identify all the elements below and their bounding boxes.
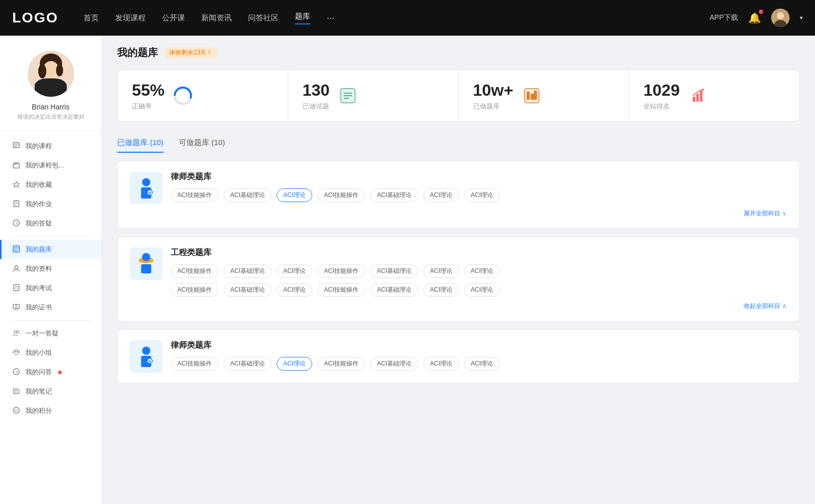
stat-ranking-value: 1029 — [643, 80, 680, 100]
favorites-icon — [12, 181, 20, 189]
qbank-tag[interactable]: ACI基础理论 — [370, 188, 418, 202]
qbank-tag[interactable]: ACI技能操作 — [317, 188, 365, 202]
sidebar-item-questions[interactable]: ? 我的问答 — [0, 362, 101, 382]
qbank-header: 工程类题库 ACI技能操作 ACI基础理论 ACI理论 ACI技能操作 ACI基… — [130, 247, 787, 297]
notification-badge — [759, 10, 763, 14]
qbank-footer: 展开全部科目 ∨ — [130, 209, 787, 218]
qbank-tag[interactable]: ACI理论 — [423, 357, 459, 371]
sidebar-item-label: 我的考试 — [25, 284, 52, 293]
qbank-tag[interactable]: ACI理论 — [464, 283, 500, 297]
one-on-one-icon — [12, 329, 20, 338]
sidebar-item-favorites[interactable]: 我的收藏 — [0, 175, 101, 194]
qbank-tag[interactable]: ACI技能操作 — [317, 264, 365, 278]
sidebar-item-homework[interactable]: 我的作业 — [0, 194, 101, 214]
qbank-header: 律师类题库 ACI技能操作 ACI基础理论 ACI理论 ACI技能操作 ACI基… — [130, 172, 787, 204]
svg-point-64 — [142, 178, 150, 186]
exam-icon — [12, 284, 20, 293]
questions-icon: ? — [12, 368, 20, 377]
stat-done-questions-icon — [338, 86, 358, 106]
avatar-dropdown-icon[interactable]: ▾ — [800, 14, 803, 21]
svg-point-71 — [142, 347, 150, 355]
stat-ranking-info: 1029 全站排名 — [643, 80, 680, 111]
qbank-tag[interactable]: ACI基础理论 — [224, 188, 271, 202]
group-icon — [12, 349, 20, 357]
qbank-tag[interactable]: ACI技能操作 — [317, 357, 365, 371]
expand-button[interactable]: 展开全部科目 ∨ — [744, 209, 787, 218]
sidebar-item-certificate[interactable]: 我的证书 — [0, 298, 101, 317]
qbank-tag[interactable]: ACI理论 — [464, 188, 500, 202]
qbank-tag[interactable]: ACI技能操作 — [317, 283, 365, 297]
tab-done-banks[interactable]: 已做题库 (10) — [117, 134, 164, 153]
nav-news[interactable]: 新闻资讯 — [201, 13, 232, 23]
qbank-tag-active[interactable]: ACI理论 — [277, 188, 312, 202]
notification-bell[interactable]: 🔔 — [748, 12, 761, 24]
qbank-tag[interactable]: ACI基础理论 — [224, 357, 271, 371]
tab-available-banks[interactable]: 可做题库 (10) — [179, 134, 225, 153]
tabs-row: 已做题库 (10) 可做题库 (10) — [117, 134, 800, 153]
qbank-tag[interactable]: ACI技能操作 — [171, 283, 219, 297]
sidebar-item-qa[interactable]: ? 我的答疑 — [0, 214, 101, 233]
svg-rect-59 — [534, 91, 537, 100]
sidebar-item-course-package[interactable]: 我的课程包... — [0, 156, 101, 175]
nav-home[interactable]: 首页 — [84, 13, 99, 23]
qbank-tag[interactable]: ACI基础理论 — [370, 357, 418, 371]
qbank-tag[interactable]: ACI理论 — [423, 264, 459, 278]
course-package-icon — [12, 161, 20, 170]
nav-qa[interactable]: 问答社区 — [248, 13, 279, 23]
qbank-tag[interactable]: ACI基础理论 — [224, 264, 271, 278]
qbank-tag[interactable]: ACI技能操作 — [171, 188, 219, 202]
sidebar-item-points[interactable]: 积 我的积分 — [0, 401, 101, 421]
sidebar-item-label: 我的收藏 — [25, 180, 52, 189]
sidebar-item-group[interactable]: 我的小组 — [0, 343, 101, 362]
qbank-tag[interactable]: ACI基础理论 — [370, 264, 418, 278]
stat-ranking-icon — [688, 86, 708, 106]
sidebar-item-my-courses[interactable]: 我的课程 — [0, 136, 101, 156]
sidebar-item-notes[interactable]: 我的笔记 — [0, 382, 101, 401]
qa-icon: ? — [12, 219, 20, 228]
nav-qbank[interactable]: 题库 — [295, 12, 310, 24]
sidebar-divider-2 — [10, 320, 91, 321]
svg-rect-70 — [141, 264, 151, 273]
avatar[interactable] — [771, 9, 790, 27]
qbank-tag[interactable]: ACI理论 — [464, 357, 500, 371]
qbank-card-lawyer-2: 律师类题库 ACI技能操作 ACI基础理论 ACI理论 ACI技能操作 ACI基… — [117, 329, 800, 383]
qbank-tag[interactable]: ACI理论 — [277, 264, 312, 278]
sidebar-item-one-on-one[interactable]: 一对一答疑 — [0, 324, 101, 343]
qbank-title: 工程类题库 — [171, 247, 787, 258]
collapse-button[interactable]: 收起全部科目 ∧ — [744, 302, 787, 311]
svg-rect-57 — [527, 92, 530, 100]
sidebar-item-qbank[interactable]: 我的题库 — [0, 240, 101, 259]
qbank-lawyer-icon — [130, 172, 162, 204]
qbank-tag[interactable]: ACI理论 — [464, 264, 500, 278]
nav-discover[interactable]: 发现课程 — [115, 13, 146, 23]
qbank-tag[interactable]: ACI基础理论 — [224, 283, 271, 297]
stat-done-questions-label: 已做试题 — [303, 102, 330, 111]
svg-point-73 — [147, 358, 152, 363]
sidebar-item-exam[interactable]: 我的考试 — [0, 278, 101, 298]
app-download-link[interactable]: APP下载 — [710, 13, 738, 22]
qbank-tag-active[interactable]: ACI理论 — [277, 357, 312, 371]
stat-done-banks: 10w+ 已做题库 — [459, 70, 630, 121]
svg-rect-58 — [531, 94, 534, 100]
svg-text:?: ? — [16, 370, 18, 374]
sidebar: Brian Harris 错误的决定比没有决定要好 我的课程 我的课程包... — [0, 36, 102, 504]
stat-accuracy-info: 55% 正确率 — [132, 80, 165, 111]
svg-rect-28 — [14, 285, 19, 291]
navbar: LOGO 首页 发现课程 公开课 新闻资讯 问答社区 题库 ··· APP下载 … — [0, 0, 815, 36]
trial-badge: 体验剩余23天！ — [164, 47, 218, 59]
sidebar-item-profile[interactable]: 我的资料 — [0, 259, 101, 278]
svg-point-37 — [17, 330, 19, 333]
profile-portrait — [28, 51, 74, 97]
svg-point-6 — [38, 64, 46, 78]
qbank-tag[interactable]: ACI理论 — [277, 283, 312, 297]
nav-open-course[interactable]: 公开课 — [162, 13, 185, 23]
qbank-tag[interactable]: ACI技能操作 — [171, 357, 219, 371]
qbank-tag[interactable]: ACI技能操作 — [171, 264, 219, 278]
qbank-tag[interactable]: ACI理论 — [423, 283, 459, 297]
sidebar-item-label: 我的课程包... — [25, 161, 64, 170]
qbank-tag[interactable]: ACI基础理论 — [370, 283, 418, 297]
qbank-body: 律师类题库 ACI技能操作 ACI基础理论 ACI理论 ACI技能操作 ACI基… — [171, 340, 787, 371]
qbank-tag[interactable]: ACI理论 — [423, 188, 459, 202]
nav-more[interactable]: ··· — [327, 13, 334, 23]
svg-point-49 — [179, 92, 187, 100]
